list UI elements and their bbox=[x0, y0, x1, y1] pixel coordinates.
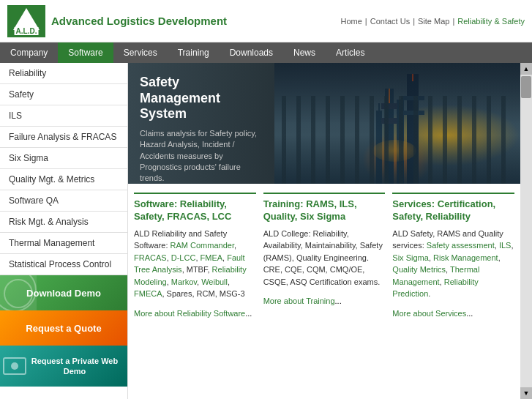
scroll-down-button[interactable]: ▼ bbox=[520, 387, 532, 399]
hero-text-area: Safety Management System Claims analysis… bbox=[128, 63, 274, 184]
hero-title: Safety Management System bbox=[140, 75, 263, 122]
logo-area: A.L.D. Advanced Logistics Development bbox=[7, 5, 227, 37]
software-column: Software: Reliability, Safety, FRACAS, L… bbox=[134, 193, 256, 390]
sidebar-item-safety[interactable]: Safety bbox=[0, 84, 127, 105]
sidebar-item-software-qa[interactable]: Software QA bbox=[0, 190, 127, 212]
software-col-body: ALD Reliability and Safety Software: RAM… bbox=[134, 228, 256, 300]
reliability-link[interactable]: Reliability & Safety bbox=[457, 17, 525, 26]
fmea-link[interactable]: FMEA bbox=[201, 253, 223, 262]
sidebar-item-six-sigma[interactable]: Six Sigma bbox=[0, 148, 127, 169]
sidebar-item-ils[interactable]: ILS bbox=[0, 105, 127, 127]
software-col-title: Software: Reliability, Safety, FRACAS, L… bbox=[134, 198, 256, 223]
bottom-columns: Software: Reliability, Safety, FRACAS, L… bbox=[128, 184, 520, 399]
top-links: Home | Contact Us | Site Map | Reliabili… bbox=[341, 17, 525, 26]
hero-banner: Safety Management System Claims analysis… bbox=[128, 63, 520, 184]
scroll-thumb[interactable] bbox=[521, 76, 531, 98]
ram-link[interactable]: RAM Commander bbox=[171, 241, 234, 250]
risk-mgmt-link[interactable]: Risk Management bbox=[433, 253, 498, 262]
dlcc-link[interactable]: D-LCC bbox=[171, 253, 196, 262]
services-details-link[interactable]: Services bbox=[435, 309, 466, 318]
training-col-title: Training: RAMS, ILS, Quality, Six Sigma bbox=[263, 198, 386, 223]
weibull-link[interactable]: Weibull bbox=[201, 277, 228, 286]
sidebar-item-statistical[interactable]: Statistical Process Control bbox=[0, 254, 127, 275]
request-demo-label: Request a Private Web Demo bbox=[22, 356, 127, 377]
content-area: Safety Management System Claims analysis… bbox=[128, 63, 520, 399]
more-software-link[interactable]: More about bbox=[134, 309, 177, 318]
company-name: Advanced Logistics Development bbox=[51, 15, 227, 27]
services-col-body: ALD Safety, RAMS and Quality services: S… bbox=[392, 228, 514, 300]
safety-assessment-link[interactable]: Safety assessment bbox=[427, 241, 495, 250]
more-training-link[interactable]: More about bbox=[263, 297, 307, 305]
nav-software[interactable]: Software bbox=[58, 42, 113, 63]
scrollbar: ▲ ▼ bbox=[520, 63, 532, 399]
sidebar-item-failure-analysis[interactable]: Failure Analysis & FRACAS bbox=[0, 127, 127, 148]
nav-training[interactable]: Training bbox=[168, 42, 220, 63]
training-col-body: ALD College: Reliability, Availability, … bbox=[263, 228, 386, 288]
request-quote-label: Request a Quote bbox=[26, 323, 101, 334]
services-column: Services: Certification, Safety, Reliabi… bbox=[392, 193, 514, 390]
request-quote-button[interactable]: Request a Quote bbox=[0, 310, 127, 346]
col-divider-2 bbox=[263, 193, 386, 194]
request-demo-button[interactable]: Request a Private Web Demo bbox=[0, 346, 127, 387]
nav-articles[interactable]: Articles bbox=[326, 42, 375, 63]
main-nav: Company Software Services Training Downl… bbox=[0, 42, 532, 63]
sidebar: Reliability Safety ILS Failure Analysis … bbox=[0, 63, 128, 399]
download-demo-button[interactable]: Download Demo bbox=[0, 275, 127, 310]
col-divider-1 bbox=[134, 193, 256, 194]
nav-company[interactable]: Company bbox=[0, 42, 58, 63]
contact-link[interactable]: Contact Us bbox=[370, 17, 410, 26]
sitemap-link[interactable]: Site Map bbox=[418, 17, 449, 26]
hero-image bbox=[274, 63, 520, 184]
hero-description: Claims analysis for Safety policy, Hazar… bbox=[140, 128, 263, 184]
markov-link[interactable]: Markov bbox=[171, 277, 197, 286]
scroll-up-button[interactable]: ▲ bbox=[520, 63, 532, 75]
logo-icon: A.L.D. bbox=[7, 5, 45, 37]
sidebar-item-reliability[interactable]: Reliability bbox=[0, 63, 127, 84]
more-services-link[interactable]: More about bbox=[392, 309, 435, 318]
sidebar-item-quality-mgt[interactable]: Quality Mgt. & Metrics bbox=[0, 169, 127, 190]
fracas-link[interactable]: FRACAS bbox=[134, 253, 167, 262]
ils-link[interactable]: ILS bbox=[499, 241, 512, 250]
col-divider-3 bbox=[392, 193, 514, 194]
six-sigma-link[interactable]: Six Sigma bbox=[392, 253, 429, 262]
home-link[interactable]: Home bbox=[341, 17, 362, 26]
training-column: Training: RAMS, ILS, Quality, Six Sigma … bbox=[263, 193, 386, 390]
reliability-software-link[interactable]: Reliability Software bbox=[177, 309, 246, 318]
quality-metrics-link[interactable]: Quality Metrics bbox=[392, 265, 446, 274]
nav-services[interactable]: Services bbox=[113, 42, 168, 63]
nav-downloads[interactable]: Downloads bbox=[220, 42, 283, 63]
nav-news[interactable]: News bbox=[283, 42, 326, 63]
sidebar-item-thermal[interactable]: Thermal Management bbox=[0, 233, 127, 254]
services-col-title: Services: Certification, Safety, Reliabi… bbox=[392, 198, 514, 223]
fmeca-link[interactable]: FMECA bbox=[134, 289, 162, 298]
logo-text: A.L.D. bbox=[15, 27, 39, 35]
download-demo-label: Download Demo bbox=[26, 288, 101, 299]
main-area: Reliability Safety ILS Failure Analysis … bbox=[0, 63, 532, 399]
header: A.L.D. Advanced Logistics Development Ho… bbox=[0, 0, 532, 42]
sidebar-item-risk-mgt[interactable]: Risk Mgt. & Analysis bbox=[0, 212, 127, 233]
training-details-link[interactable]: Training bbox=[306, 297, 334, 305]
